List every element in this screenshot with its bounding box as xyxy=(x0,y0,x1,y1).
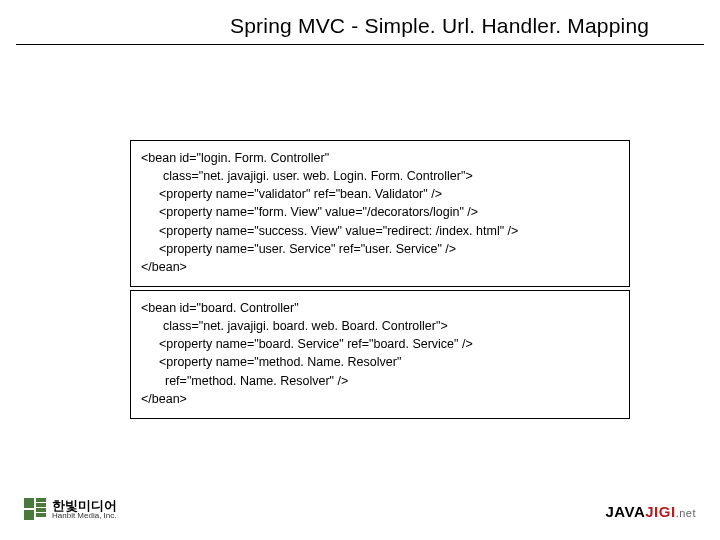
slide-title: Spring MVC - Simple. Url. Handler. Mappi… xyxy=(230,14,700,38)
hanbit-logo-icon xyxy=(24,498,46,520)
footer-right-logo: JAVAJIGI.net xyxy=(605,503,696,520)
code-line: </bean> xyxy=(141,260,187,274)
code-line: <property name="success. View" value="re… xyxy=(141,222,619,240)
code-line: <property name="validator" ref="bean. Va… xyxy=(141,185,619,203)
javajigi-java: JAVA xyxy=(605,503,645,520)
code-line: <property name="method. Name. Resolver" xyxy=(141,353,619,371)
title-underline xyxy=(16,44,704,45)
javajigi-net: .net xyxy=(676,507,696,519)
code-line: <property name="form. View" value="/deco… xyxy=(141,203,619,221)
code-line: <bean id="login. Form. Controller" xyxy=(141,151,329,165)
hanbit-main: 한빛미디어 xyxy=(52,499,117,512)
hanbit-sub: Hanbit Media, Inc. xyxy=(52,512,117,520)
hanbit-text: 한빛미디어 Hanbit Media, Inc. xyxy=(52,499,117,520)
code-line: ref="method. Name. Resolver" /> xyxy=(141,372,619,390)
code-block-board-controller: <bean id="board. Controller" class="net.… xyxy=(130,290,630,419)
code-line: </bean> xyxy=(141,392,187,406)
code-line: <property name="user. Service" ref="user… xyxy=(141,240,619,258)
code-line: class="net. javajigi. board. web. Board.… xyxy=(141,317,619,335)
code-line: <property name="board. Service" ref="boa… xyxy=(141,335,619,353)
javajigi-jigi: JIGI xyxy=(645,503,675,520)
footer-left-logo: 한빛미디어 Hanbit Media, Inc. xyxy=(24,498,117,520)
code-line: class="net. javajigi. user. web. Login. … xyxy=(141,167,619,185)
code-line: <bean id="board. Controller" xyxy=(141,301,299,315)
code-block-login-controller: <bean id="login. Form. Controller" class… xyxy=(130,140,630,287)
